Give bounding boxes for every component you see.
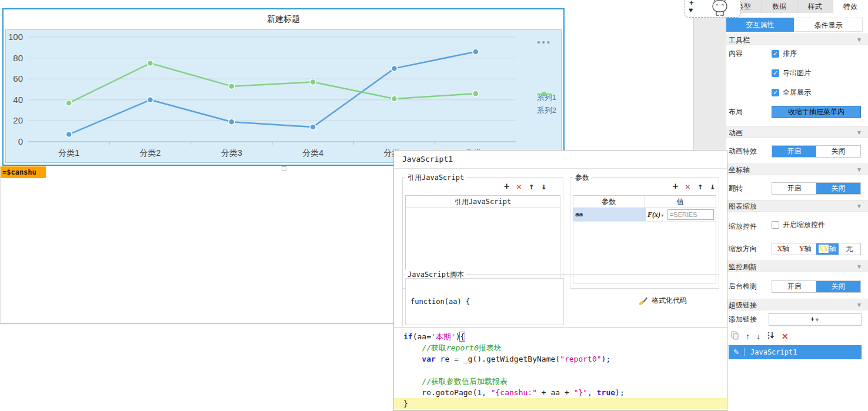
chart-widget[interactable]: 新建标题 020406080100分类1分类2分类3分类4分类5分类6 ••• … [2,8,565,166]
param-formula-tag[interactable]: =$canshu [0,166,46,178]
move-down-icon[interactable]: ↓ [541,181,546,192]
subtab-条件显示[interactable]: 条件显示 [794,18,863,32]
pencil-icon[interactable]: ✎ [729,348,745,356]
zoom-widget-checkbox-label: 开启缩放控件 [783,220,825,230]
chart-menu-icon[interactable]: ••• [537,37,552,47]
add-link-button[interactable]: +▼ [769,313,862,326]
copy-icon[interactable] [731,331,739,342]
collapse-to-drawer-button[interactable]: 收缩于抽屉菜单内 [772,106,861,118]
chevron-down-icon: ▼ [856,201,862,212]
tab-样式[interactable]: 样式 [797,0,833,13]
move-up-icon[interactable]: ↑ [529,181,534,192]
ref-table-header: 引用JavaScript [406,196,560,208]
delete-icon[interactable]: ✕ [516,181,522,192]
checkbox-unchecked-icon: ✓ [772,221,779,229]
move-down-icon[interactable]: ↓ [756,332,760,341]
brush-icon [638,296,649,306]
format-code-button[interactable]: 格式化代码 [638,296,687,306]
sort-icon[interactable] [767,331,775,342]
chevron-down-icon: ▼ [856,127,862,139]
param-name-cell[interactable]: aa [573,208,646,221]
section-monitor-refresh[interactable]: 监控刷新▼ [726,260,868,272]
toggle-off[interactable]: 关闭 [816,281,860,292]
legend-entry[interactable]: 系列2 [537,104,556,117]
subtab-交互属性[interactable]: 交互属性 [726,18,794,32]
svg-text:分类2: 分类2 [140,148,161,158]
zoom-dir-X[interactable]: X轴 [772,243,794,255]
chevron-down-icon: ▼ [856,261,862,273]
property-panel: 类型数据样式特效 交互属性条件显示 工具栏▼ 内容 ✓排序✓导出图片✓全屏展示 … [726,0,868,411]
animation-effect-label: 动画特效 [729,145,771,158]
function-signature-box: function(aa) { [405,278,564,325]
link-list-item-javascript1[interactable]: ✎ JavaScript1 [729,345,862,359]
add-link-label: 添加链接 [729,313,771,326]
toggle-off[interactable]: 关闭 [816,146,860,157]
tab-数据[interactable]: 数据 [762,0,798,13]
section-hyperlink[interactable]: 超级链接▼ [726,299,868,310]
add-icon[interactable]: + [673,181,678,192]
section-chart-zoom[interactable]: 图表缩放▼ [726,200,868,212]
toggle-off[interactable]: 关闭 [816,183,860,194]
panel-subtabs: 交互属性条件显示 [726,18,863,32]
chart-legend[interactable]: 系列1系列2 [537,91,556,117]
zoom-widget-checkbox[interactable]: ✓ 开启缩放控件 [772,220,861,229]
function-signature: function(aa) { [410,298,470,306]
panel-tabs: 类型数据样式特效 [726,0,868,13]
param-row[interactable]: aa F(x)▼ =SERIES [573,208,716,222]
move-up-icon[interactable]: ↑ [746,332,750,341]
formula-fx-button[interactable]: F(x)▼ [646,210,666,219]
svg-text:40: 40 [13,95,23,105]
svg-text:分类3: 分类3 [221,148,242,158]
link-list-toolbar: ↑ ↓ ✕ [731,331,789,342]
code-line: //获取参数值后加载报表 [403,376,727,387]
section-animation[interactable]: 动画▼ [726,126,868,138]
backend-detect-toggle: 开启关闭 [772,280,861,293]
delete-icon[interactable]: ✕ [782,332,789,341]
backend-detect-label: 后台检测 [729,280,771,293]
checkbox-排序[interactable]: ✓排序 [772,49,861,58]
code-line [403,365,727,376]
checkbox-全屏展示[interactable]: ✓全屏展示 [772,88,861,96]
checkbox-checked-icon: ✓ [772,50,779,58]
toggle-on[interactable]: 开启 [772,183,816,194]
svg-text:20: 20 [13,115,23,125]
move-up-icon[interactable]: ↑ [697,181,703,192]
chart-plot[interactable]: 020406080100分类1分类2分类3分类4分类5分类6 ••• 系列1系列… [5,29,562,163]
zoom-dir-无[interactable]: 无 [839,243,861,255]
tab-特效[interactable]: 特效 [833,0,868,13]
mascot-icon [707,0,733,16]
code-line: re.gotoPage(1, "{canshu:" + aa + "}", tr… [403,387,727,398]
canvas-bottom-border [0,323,394,325]
toggle-on[interactable]: 开启 [772,281,816,292]
resize-handle[interactable] [282,166,286,171]
zoom-widget-row: ✓ 开启缩放控件 [772,220,861,233]
move-down-icon[interactable]: ↓ [710,181,715,192]
section-hyperlink-label: 超级链接 [729,301,757,309]
section-axis[interactable]: 坐标轴▼ [726,163,868,175]
add-icon[interactable]: + [504,181,509,192]
link-item-label: JavaScript1 [745,348,797,356]
param-value-input[interactable]: =SERIES [667,209,714,220]
svg-text:100: 100 [8,32,23,42]
param-group: 参数 + ✕ ↑ ↓ 参数 值 aa F(x)▼ =SERIES [570,177,719,289]
checkbox-导出图片[interactable]: ✓导出图片 [772,69,861,77]
value-col-header: 值 [645,196,716,208]
section-monitor-refresh-label: 监控刷新 [729,263,757,271]
param-table[interactable]: 参数 值 aa F(x)▼ =SERIES [573,195,716,283]
canvas-left-border [0,166,1,324]
heart-icon[interactable]: ♥ [689,6,693,14]
code-line: } [394,398,727,409]
section-toolbar[interactable]: 工具栏▼ [726,34,868,45]
script-group: JavaScript脚本 function(aa) { 格式化代码 [402,274,719,326]
chart-plot-svg: 020406080100分类1分类2分类3分类4分类5分类6 [6,30,565,163]
code-editor[interactable]: if(aa='本期'){ //获取report0报表块 var re = _g(… [394,327,727,410]
toggle-on[interactable]: 开启 [772,146,816,157]
delete-icon[interactable]: ✕ [685,181,690,192]
chevron-down-icon: ▼ [856,164,862,176]
animation-toggle: 开启关闭 [772,145,861,158]
zoom-dir-Y[interactable]: Y轴 [794,243,817,255]
flip-toggle: 开启关闭 [772,182,861,195]
section-chart-zoom-label: 图表缩放 [729,202,757,210]
ref-group-title: 引用JavaScript [405,173,466,183]
zoom-dir-XY[interactable]: XY轴 [816,243,839,255]
